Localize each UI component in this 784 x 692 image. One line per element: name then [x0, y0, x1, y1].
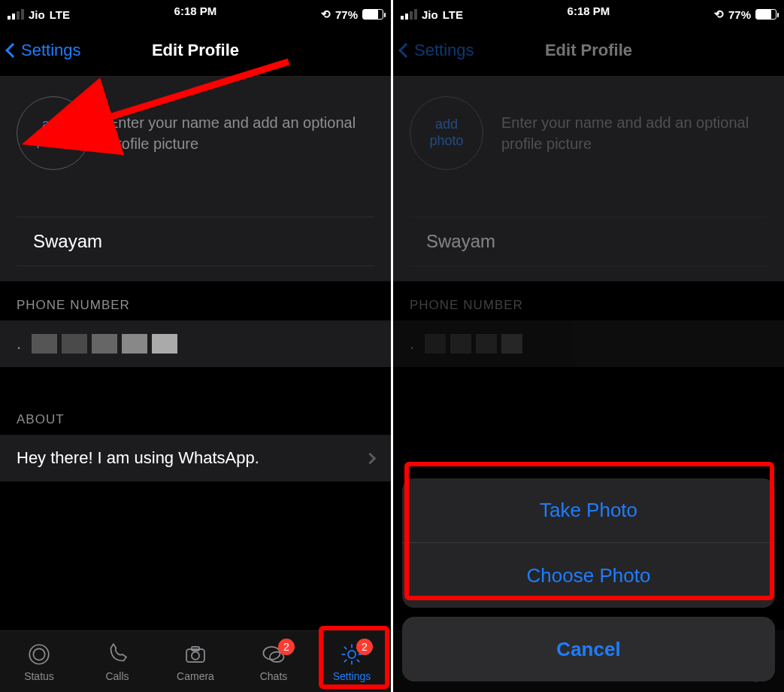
svg-rect-4	[192, 646, 199, 650]
rotation-lock-icon: ⟲	[321, 8, 331, 21]
chevron-right-icon	[365, 452, 377, 464]
back-label: Settings	[414, 41, 474, 60]
about-text: Hey there! I am using WhatsApp.	[17, 448, 259, 468]
signal-bars-icon	[401, 9, 417, 20]
status-bar: Jio LTE 6:18 PM ⟲ 77%	[393, 0, 784, 24]
profile-hint: Enter your name and add an optional prof…	[108, 112, 374, 154]
battery-pct-label: 77%	[728, 8, 751, 21]
back-button[interactable]: Settings	[401, 41, 474, 60]
battery-pct-label: 77%	[335, 8, 358, 21]
add-photo-button[interactable]: add photo	[410, 96, 483, 170]
phone-icon	[104, 642, 130, 667]
chats-badge: 2	[278, 639, 295, 655]
chevron-left-icon	[5, 43, 20, 58]
svg-line-15	[344, 659, 347, 661]
name-field[interactable]: Swayam	[410, 217, 767, 266]
svg-point-0	[29, 645, 49, 664]
cancel-button[interactable]: Cancel	[402, 617, 775, 681]
carrier-label: Jio	[29, 8, 45, 21]
battery-icon	[755, 9, 776, 20]
name-field[interactable]: Swayam	[17, 217, 374, 266]
back-button[interactable]: Settings	[8, 41, 81, 60]
back-label: Settings	[21, 41, 81, 60]
chevron-left-icon	[398, 43, 413, 58]
profile-section: add photo Enter your name and add an opt…	[393, 77, 784, 281]
settings-badge: 2	[356, 639, 373, 655]
clock-label: 6:18 PM	[174, 5, 217, 24]
tab-chats[interactable]: 2 Chats	[242, 642, 305, 682]
phone-number-row[interactable]: .	[0, 320, 391, 367]
status-bar: Jio LTE 6:18 PM ⟲ 77%	[0, 0, 391, 24]
tab-chats-label: Chats	[260, 670, 288, 682]
tab-calls[interactable]: Calls	[86, 642, 149, 682]
signal-bars-icon	[8, 9, 24, 20]
status-icon	[26, 642, 52, 667]
tab-status[interactable]: Status	[8, 642, 71, 682]
svg-point-7	[348, 650, 356, 657]
phone-number-redacted: .	[410, 334, 522, 354]
phone-number-row[interactable]: .	[393, 320, 784, 367]
profile-section: add photo Enter your name and add an opt…	[0, 77, 391, 281]
screenshot-left: Jio LTE 6:18 PM ⟲ 77% Settings Edit Prof…	[0, 0, 391, 692]
tab-camera-label: Camera	[177, 670, 214, 682]
add-photo-button[interactable]: add photo	[17, 96, 90, 170]
phone-number-header: PHONE NUMBER	[393, 281, 784, 320]
tab-settings[interactable]: 2 Settings	[320, 642, 383, 682]
tab-camera[interactable]: Camera	[164, 642, 227, 682]
page-title: Edit Profile	[152, 41, 239, 60]
camera-icon	[183, 642, 208, 667]
network-label: LTE	[443, 8, 463, 21]
about-row[interactable]: Hey there! I am using WhatsApp.	[0, 435, 391, 481]
svg-point-3	[192, 651, 199, 659]
rotation-lock-icon: ⟲	[714, 8, 724, 21]
network-label: LTE	[50, 8, 70, 21]
screenshot-right: Jio LTE 6:18 PM ⟲ 77% Settings Edit Prof…	[393, 0, 784, 692]
nav-bar: Settings Edit Profile	[393, 24, 784, 77]
carrier-label: Jio	[422, 8, 438, 21]
clock-label: 6:18 PM	[568, 5, 610, 24]
phone-number-redacted: .	[17, 334, 177, 354]
tab-calls-label: Calls	[105, 670, 129, 682]
action-sheet: Take Photo Choose Photo Cancel	[393, 478, 784, 692]
battery-icon	[362, 9, 383, 20]
tab-settings-label: Settings	[333, 670, 371, 682]
profile-hint: Enter your name and add an optional prof…	[501, 112, 767, 154]
tab-status-label: Status	[24, 670, 54, 682]
tab-bar: Status Calls Camera 2 Chats 2 Settings	[0, 630, 391, 692]
about-header: ABOUT	[0, 367, 391, 435]
phone-number-header: PHONE NUMBER	[0, 281, 391, 320]
svg-point-1	[33, 648, 44, 660]
page-title: Edit Profile	[545, 41, 632, 60]
svg-line-12	[344, 646, 347, 648]
choose-photo-button[interactable]: Choose Photo	[402, 543, 775, 608]
nav-bar: Settings Edit Profile	[0, 24, 391, 77]
take-photo-button[interactable]: Take Photo	[402, 478, 775, 543]
svg-line-13	[357, 659, 359, 661]
